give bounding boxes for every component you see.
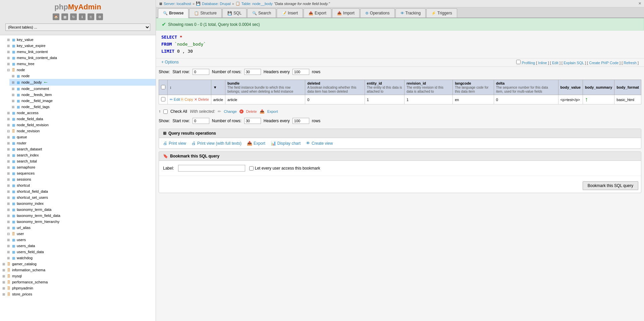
sidebar-item-store_prices[interactable]: ⊞🗄store_prices bbox=[0, 291, 156, 297]
options-toggle[interactable]: + Options bbox=[161, 60, 179, 65]
grid-icon[interactable]: ▦ bbox=[61, 13, 68, 20]
breadcrumb-server[interactable]: Server: localhost bbox=[164, 2, 191, 6]
close-button[interactable]: ✕ bbox=[638, 1, 641, 6]
sidebar-item-taxonomy_term_hierarchy[interactable]: ⊞▦taxonomy_term_hierarchy bbox=[5, 219, 156, 225]
refresh-icon[interactable]: ↻ bbox=[70, 13, 77, 20]
col-header-delta[interactable]: deltaThe sequence number for this data i… bbox=[494, 80, 558, 95]
sidebar-item-node__field_tags[interactable]: ⊞▦node__field_tags bbox=[9, 104, 156, 110]
sidebar-item-node_field_revision[interactable]: ⊞▦node_field_revision bbox=[5, 122, 156, 128]
sidebar-item-node_access[interactable]: ⊞▦node_access bbox=[5, 110, 156, 116]
tab-triggers[interactable]: ⚡Triggers bbox=[426, 8, 457, 17]
tab-import[interactable]: 📥Import bbox=[332, 8, 360, 17]
sidebar-item-shortcut_field_data[interactable]: ⊞▦shortcut_field_data bbox=[5, 188, 156, 194]
sidebar-item-menu_tree[interactable]: ⊞▦menu_tree bbox=[5, 61, 156, 67]
sidebar-item-phpmyadmin[interactable]: ⊞🗄phpmyadmin bbox=[0, 285, 156, 291]
start-row-input-bottom[interactable] bbox=[193, 118, 209, 124]
home-icon[interactable]: 🏠 bbox=[53, 13, 59, 20]
sidebar-item-router[interactable]: ⊞▦router bbox=[5, 140, 156, 146]
sidebar-item-mysql[interactable]: ⊞🗄mysql bbox=[0, 273, 156, 279]
sidebar-item-queue[interactable]: ⊞▦queue bbox=[5, 134, 156, 140]
sidebar-item-key_value_expire[interactable]: ⊞▦key_value_expire bbox=[5, 43, 156, 49]
sidebar-item-node__comment[interactable]: ⊞▦node__comment bbox=[9, 86, 156, 92]
sidebar-item-watchdog[interactable]: ⊞▦watchdog bbox=[5, 255, 156, 261]
sidebar-item-node__field_image[interactable]: ⊞▦node__field_image bbox=[9, 98, 156, 104]
sidebar-item-menu_link_content[interactable]: ⊞▦menu_link_content bbox=[5, 49, 156, 55]
col-header-langcode[interactable]: langcodeThe language code for this data … bbox=[453, 80, 494, 95]
profiling-checkbox[interactable] bbox=[516, 60, 521, 64]
sidebar-item-node_revision[interactable]: ⊟🗄node_revision bbox=[5, 128, 156, 134]
export-action-link[interactable]: Export bbox=[267, 109, 278, 113]
check-all-checkbox[interactable] bbox=[163, 109, 168, 114]
sidebar-item-key_value[interactable]: ⊞▦key_value bbox=[5, 37, 156, 43]
tab-browse[interactable]: 🔍Browse bbox=[158, 8, 189, 18]
sidebar-item-taxonomy_term_data[interactable]: ⊞▦taxonomy_term_data bbox=[5, 207, 156, 213]
inline-link[interactable]: Inline bbox=[538, 61, 547, 65]
create-php-code-link[interactable]: Create PHP Code bbox=[589, 61, 619, 65]
sidebar-item-users_data[interactable]: ⊞▦users_data bbox=[5, 243, 156, 249]
col-header-body_format[interactable]: body_format bbox=[614, 80, 641, 95]
sidebar-item-node_field_data[interactable]: ⊞▦node_field_data bbox=[5, 116, 156, 122]
sidebar-item-menu_link_content_data[interactable]: ⊞▦menu_link_content_data bbox=[5, 55, 156, 61]
tab-search[interactable]: 🔍Search bbox=[247, 8, 276, 17]
sidebar-item-taxonomy_index[interactable]: ⊞▦taxonomy_index bbox=[5, 200, 156, 207]
print-view-link[interactable]: 🖨 Print view bbox=[163, 141, 186, 146]
col-header-body_value[interactable]: body_value bbox=[558, 80, 583, 95]
start-row-input[interactable] bbox=[193, 69, 209, 75]
tab-sql[interactable]: 💾SQL bbox=[222, 8, 247, 17]
sort-dropdown-icon[interactable]: ▼ bbox=[213, 85, 217, 89]
sidebar-item-gamer_catalog[interactable]: ⊞🗄gamer_catalog bbox=[0, 261, 156, 267]
sidebar-item-shortcut_set_users[interactable]: ⊞▦shortcut_set_users bbox=[5, 194, 156, 200]
tab-insert[interactable]: 📝Insert bbox=[277, 8, 303, 17]
breadcrumb-database[interactable]: Database: Drupal bbox=[202, 2, 231, 6]
breadcrumb-table[interactable]: Table: node__body bbox=[241, 2, 273, 6]
export-qro-link[interactable]: 📤 Export bbox=[247, 141, 265, 146]
delete-action-link[interactable]: Delete bbox=[246, 109, 257, 113]
sidebar-item-node__feeds_item[interactable]: ⊞▦node__feeds_item bbox=[9, 92, 156, 98]
print-view-full-link[interactable]: 🖨 Print view (with full texts) bbox=[192, 141, 241, 146]
tab-tracking[interactable]: 👁Tracking bbox=[395, 8, 426, 17]
tab-structure[interactable]: 📋Structure bbox=[189, 8, 222, 17]
headers-every-input-bottom[interactable] bbox=[292, 118, 309, 124]
settings-icon[interactable]: ⚙ bbox=[96, 13, 103, 20]
sidebar-item-semaphore[interactable]: ⊞▦semaphore bbox=[5, 164, 156, 170]
col-header-bundle[interactable]: bundleThe field instance bundle to which… bbox=[225, 80, 305, 95]
display-chart-link[interactable]: 📊 Display chart bbox=[271, 141, 301, 146]
bookmark-label-input[interactable] bbox=[178, 165, 245, 172]
number-of-rows-input-bottom[interactable] bbox=[244, 118, 261, 124]
edit-button[interactable]: Edit bbox=[170, 97, 180, 101]
col-header-revision_id[interactable]: revision_idThe entity revision id this d… bbox=[404, 80, 452, 95]
sidebar-item-search_total[interactable]: ⊞▦search_total bbox=[5, 158, 156, 164]
sidebar-item-taxonomy_term_field_data[interactable]: ⊞▦taxonomy_term_field_data bbox=[5, 213, 156, 219]
copy-icon[interactable]: ⎘ bbox=[88, 13, 94, 20]
delete-button[interactable]: Delete bbox=[194, 97, 209, 101]
sidebar-item-node[interactable]: ⊟🗄node bbox=[5, 67, 156, 73]
sidebar-item-node__body[interactable]: ⊞▦node__body← bbox=[9, 79, 156, 86]
sidebar-item-performance_schema[interactable]: ⊞🗄performance_schema bbox=[0, 279, 156, 285]
tab-operations[interactable]: ⚙Operations bbox=[360, 8, 395, 17]
row-checkbox[interactable] bbox=[161, 97, 165, 101]
info-icon[interactable]: ℹ bbox=[79, 13, 86, 20]
sidebar-item-node-sub[interactable]: ⊞▦node bbox=[9, 73, 156, 79]
create-view-link[interactable]: 👁 Create view bbox=[306, 141, 333, 146]
headers-every-input[interactable] bbox=[292, 69, 309, 75]
bookmark-submit-button[interactable]: Bookmark this SQL query bbox=[583, 181, 638, 190]
tab-export[interactable]: 📤Export bbox=[304, 8, 331, 17]
profiling-link[interactable]: Profiling bbox=[522, 61, 535, 65]
col-header-entity_id[interactable]: entity_idThe entity id this data is atta… bbox=[365, 80, 404, 95]
select-all-checkbox[interactable] bbox=[161, 85, 165, 89]
copy-button[interactable]: Copy bbox=[181, 97, 193, 101]
col-header-body_summary[interactable]: body_summary bbox=[583, 80, 614, 95]
sidebar-item-search_index[interactable]: ⊞▦search_index bbox=[5, 152, 156, 158]
sidebar-item-url_alias[interactable]: ⊞▦url_alias bbox=[5, 225, 156, 231]
col-header-deleted[interactable]: deletedA boolean indicating whether this… bbox=[305, 80, 365, 95]
sidebar-item-shortcut[interactable]: ⊞▦shortcut bbox=[5, 182, 156, 188]
edit-link[interactable]: Edit bbox=[552, 61, 558, 65]
sidebar-item-sequences[interactable]: ⊞▦sequences bbox=[5, 170, 156, 176]
sidebar-item-users_field_data[interactable]: ⊞▦users_field_data bbox=[5, 249, 156, 255]
sidebar-item-search_dataset[interactable]: ⊞▦search_dataset bbox=[5, 146, 156, 152]
number-of-rows-input[interactable] bbox=[244, 69, 261, 75]
sidebar-item-user[interactable]: ⊟🗄user bbox=[5, 231, 156, 237]
bookmark-public-checkbox[interactable] bbox=[249, 166, 254, 171]
refresh-link[interactable]: Refresh bbox=[624, 61, 637, 65]
change-action-link[interactable]: Change bbox=[224, 109, 237, 113]
